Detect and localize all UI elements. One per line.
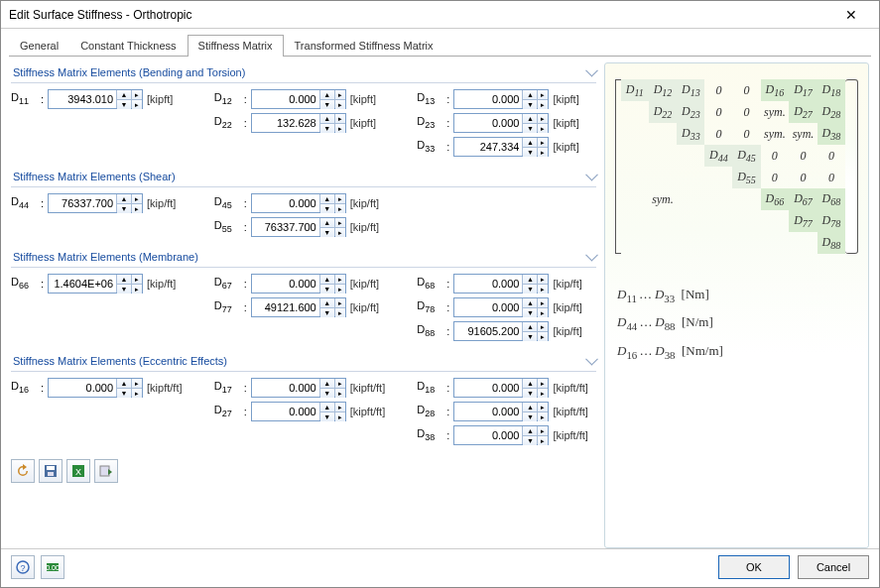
input-d11[interactable]: ▲▼▸▸ <box>48 89 143 109</box>
group-paren: (Shear) <box>139 171 176 182</box>
group-bending: Stiffness Matrix Elements (Bending and T… <box>11 62 596 161</box>
units-icon[interactable]: 0.00 <box>41 555 64 579</box>
input-d66[interactable]: ▲▼▸▸ <box>48 274 143 294</box>
unit: [kipft] <box>553 93 578 105</box>
unit: [kip/ft] <box>350 278 379 290</box>
cell-d27: D27: ▲▼▸▸ [kipft/ft] <box>214 402 394 421</box>
label-d11: D11 <box>11 91 39 106</box>
unit: [kip/ft] <box>350 197 379 209</box>
unit: [kip/ft] <box>147 278 176 290</box>
label-d23: D23 <box>417 115 444 130</box>
input-d55[interactable]: ▲▼▸▸ <box>251 217 346 237</box>
tab-general[interactable]: General <box>9 35 69 57</box>
label-d17: D17 <box>214 380 242 395</box>
cell-d44: D44: ▲▼▸▸ [kip/ft] <box>11 193 190 213</box>
group-membrane-title: Stiffness Matrix Elements (Membrane) <box>11 247 596 268</box>
cell-d45: D45: ▲▼▸▸ [kip/ft] <box>214 193 394 213</box>
unit: [kipft/ft] <box>553 429 587 441</box>
cell-d78: D78: ▲▼▸▸ [kip/ft] <box>417 297 596 317</box>
label-d22: D22 <box>214 115 242 130</box>
tab-transformed-stiffness-matrix[interactable]: Transformed Stiffness Matrix <box>284 35 444 57</box>
tab-stiffness-matrix[interactable]: Stiffness Matrix <box>188 35 284 57</box>
svg-rect-5 <box>100 466 109 476</box>
unit: [kipft] <box>553 117 578 129</box>
help-icon[interactable]: ? <box>11 555 35 579</box>
group-paren: (Membrane) <box>139 251 198 263</box>
excel-export-icon[interactable]: X <box>66 459 90 483</box>
input-d33[interactable]: ▲▼▸▸ <box>453 137 549 157</box>
label-d68: D68 <box>417 276 444 291</box>
label-d55: D55 <box>214 219 242 234</box>
unit: [kipft/ft] <box>553 382 587 394</box>
label-d33: D33 <box>417 139 444 154</box>
unit: [kipft/ft] <box>350 382 385 394</box>
input-d44[interactable]: ▲▼▸▸ <box>48 193 143 213</box>
save-icon[interactable] <box>39 459 63 483</box>
input-d18[interactable]: ▲▼▸▸ <box>453 378 549 398</box>
input-d88[interactable]: ▲▼▸▸ <box>453 321 549 341</box>
cell-d17: D17: ▲▼▸▸ [kipft/ft] <box>214 378 394 398</box>
cell-d16: D16: ▲▼▸▸ [kipft/ft] <box>11 378 190 398</box>
unit: [kip/ft] <box>553 301 581 313</box>
label-d38: D38 <box>417 427 444 442</box>
input-d67[interactable]: ▲▼▸▸ <box>251 274 346 294</box>
input-d27[interactable]: ▲▼▸▸ <box>251 402 346 421</box>
import-icon[interactable] <box>94 459 118 483</box>
unit: [kip/ft] <box>147 197 176 209</box>
unit: [kip/ft] <box>350 221 379 233</box>
close-icon[interactable]: ✕ <box>831 1 871 28</box>
cell-d33: D33: ▲▼▸▸ [kipft] <box>417 137 596 157</box>
label-d18: D18 <box>417 380 444 395</box>
input-d17[interactable]: ▲▼▸▸ <box>251 378 346 398</box>
input-d22[interactable]: ▲▼▸▸ <box>251 113 346 133</box>
unit: [kip/ft] <box>350 301 379 313</box>
label-d45: D45 <box>214 195 242 210</box>
label-d12: D12 <box>214 91 242 106</box>
dialog-window: Edit Surface Stiffness - Orthotropic ✕ G… <box>0 0 880 588</box>
label-d28: D28 <box>417 404 444 418</box>
cell-d88: D88: ▲▼▸▸ [kip/ft] <box>417 321 596 341</box>
cell-d38: D38: ▲▼▸▸ [kipft/ft] <box>417 425 596 445</box>
left-toolbar: X <box>11 455 596 491</box>
label-d27: D27 <box>214 404 242 418</box>
ok-button[interactable]: OK <box>718 555 790 579</box>
unit: [kipft] <box>350 117 376 129</box>
cell-d12: D12: ▲▼▸▸ [kipft] <box>214 89 394 109</box>
cell-d23: D23: ▲▼▸▸ [kipft] <box>417 113 596 133</box>
svg-text:0.00: 0.00 <box>46 564 60 571</box>
input-d12[interactable]: ▲▼▸▸ <box>251 89 346 109</box>
input-d68[interactable]: ▲▼▸▸ <box>453 274 549 294</box>
input-d38[interactable]: ▲▼▸▸ <box>453 425 549 445</box>
cell-d28: D28: ▲▼▸▸ [kipft/ft] <box>417 402 596 421</box>
label-d78: D78 <box>417 299 444 314</box>
svg-text:?: ? <box>20 563 25 573</box>
svg-rect-2 <box>48 472 54 476</box>
titlebar: Edit Surface Stiffness - Orthotropic ✕ <box>1 1 879 29</box>
group-shear-title: Stiffness Matrix Elements (Shear) <box>11 167 596 187</box>
cancel-button[interactable]: Cancel <box>798 555 869 579</box>
matrix-preview-panel: D11D12D1300D16D17D18 D22D2300sym.D27D28 … <box>604 62 869 548</box>
cell-d11: D11: ▲▼▸▸ [kipft] <box>11 89 190 109</box>
label-d77: D77 <box>214 299 242 314</box>
input-d23[interactable]: ▲▼▸▸ <box>453 113 549 133</box>
group-bending-title: Stiffness Matrix Elements (Bending and T… <box>11 62 596 83</box>
input-d28[interactable]: ▲▼▸▸ <box>453 402 549 421</box>
cell-d22: D22: ▲▼▸▸ [kipft] <box>214 113 394 133</box>
matrix-diagram: D11D12D1300D16D17D18 D22D2300sym.D27D28 … <box>615 79 858 254</box>
group-eccentric-title: Stiffness Matrix Elements (Eccentric Eff… <box>11 351 596 372</box>
input-d77[interactable]: ▲▼▸▸ <box>251 297 346 317</box>
reset-icon[interactable] <box>11 459 35 483</box>
left-panel: Stiffness Matrix Elements (Bending and T… <box>11 62 596 548</box>
cell-d13: D13: ▲▼▸▸ [kipft] <box>417 89 596 109</box>
input-d78[interactable]: ▲▼▸▸ <box>453 297 549 317</box>
input-d13[interactable]: ▲▼▸▸ <box>453 89 549 109</box>
group-paren: (Bending and Torsion) <box>139 66 245 78</box>
svg-text:X: X <box>75 467 81 477</box>
window-title: Edit Surface Stiffness - Orthotropic <box>9 8 831 22</box>
input-d16[interactable]: ▲▼▸▸ <box>48 378 143 398</box>
unit: [kipft] <box>147 93 173 105</box>
input-d45[interactable]: ▲▼▸▸ <box>251 193 346 213</box>
tab-constant-thickness[interactable]: Constant Thickness <box>69 35 187 57</box>
unit: [kipft/ft] <box>350 406 385 417</box>
cell-d55: D55: ▲▼▸▸ [kip/ft] <box>214 217 394 237</box>
